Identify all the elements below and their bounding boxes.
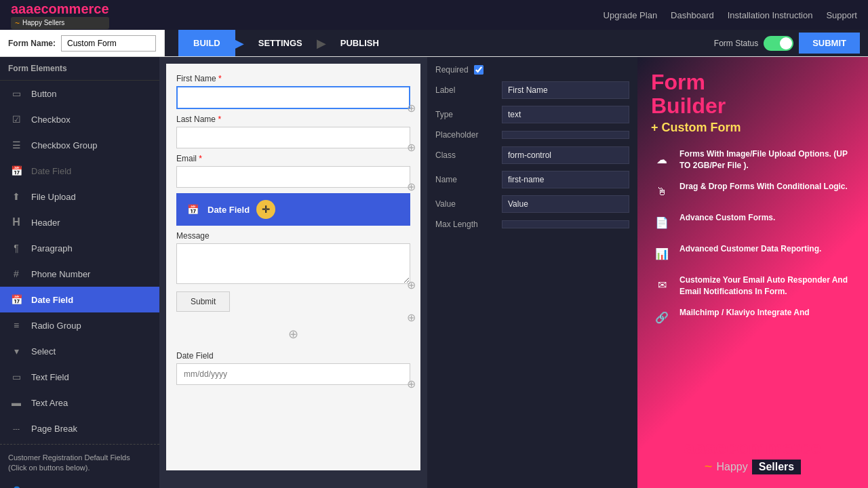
firstname-input[interactable] (176, 86, 410, 109)
form-status-label: Form Status (714, 39, 758, 48)
move-cursor-icon: ✛ (256, 200, 275, 219)
form-name-input[interactable] (61, 35, 156, 52)
submit-field-btn[interactable]: Submit (176, 291, 230, 312)
nav-dashboard[interactable]: Dashboard (671, 10, 714, 20)
sidebar-item-checkbox-group[interactable]: ☰ Checkbox Group (0, 132, 159, 158)
text-field-icon: ▭ (8, 370, 24, 384)
placeholder-prop-value[interactable] (502, 131, 629, 139)
field-row-email: Email * ⊕ (176, 154, 410, 188)
top-nav: aaaecommerce ~ Happy Sellers Upgrade Pla… (0, 0, 868, 30)
field-row-date: Date Field ⊕ (176, 351, 410, 385)
phone-number-label: Phone Number (31, 269, 90, 279)
sidebar-divider (0, 444, 159, 445)
submit-button[interactable]: SUBMIT (799, 33, 860, 54)
field-row-message: Message ⊕ (176, 231, 410, 286)
promo-icon-drag: 🖱 (651, 181, 673, 203)
required-label: Required (435, 65, 469, 75)
promo-feature-3: 📄 Advance Custom Forms. (651, 212, 775, 234)
checkbox-group-label: Checkbox Group (31, 140, 98, 150)
sidebar-item-select[interactable]: ▾ Select (0, 338, 159, 364)
sidebar-item-paragraph[interactable]: ¶ Paragraph (0, 235, 159, 261)
tab-build[interactable]: BUILD (178, 30, 235, 56)
promo-logo-main: ecommerce (716, 437, 822, 458)
email-label: Email * (176, 154, 410, 163)
nav-support[interactable]: Support (826, 10, 857, 20)
date-plus-icon[interactable]: ⊕ (407, 378, 416, 390)
prop-row-value: Value Value (435, 195, 629, 213)
form-status-toggle[interactable] (764, 36, 793, 51)
sidebar-item-phone-number[interactable]: # Phone Number (0, 261, 159, 287)
promo-icon-reporting: 📊 (651, 243, 673, 265)
drop-calendar-icon: 📅 (184, 203, 201, 216)
promo-feature-5: ✉ Customize Your Email Auto Responder An… (651, 274, 854, 298)
label-prop-value[interactable]: First Name (502, 81, 629, 99)
submit-plus-icon[interactable]: ⊕ (407, 311, 416, 324)
promo-text-upload: Forms With Image/File Upload Options. (U… (679, 148, 854, 171)
paragraph-icon: ¶ (8, 241, 24, 255)
lastname-plus-icon[interactable]: ⊕ (407, 141, 416, 154)
main-layout: Form Elements ▭ Button ☑ Checkbox ☰ Chec… (0, 57, 868, 488)
name-prop-label: Name (435, 175, 496, 184)
drop-label: Date Field (208, 205, 250, 215)
radio-group-label: Radio Group (31, 321, 81, 331)
date-input[interactable] (176, 363, 410, 385)
sidebar-item-file-upload[interactable]: ⬆ File Upload (0, 184, 159, 209)
value-prop-value[interactable]: Value (502, 195, 629, 213)
prop-row-class: Class form-control (435, 146, 629, 164)
lastname-input[interactable] (176, 127, 410, 148)
sidebar-item-page-break[interactable]: --- Page Break (0, 415, 159, 441)
text-area-icon: ▬ (8, 396, 24, 409)
paragraph-label: Paragraph (31, 243, 73, 253)
select-icon: ▾ (8, 344, 24, 358)
text-area-label: Text Area (31, 398, 68, 408)
sidebar-item-text-field[interactable]: ▭ Text Field (0, 364, 159, 390)
canvas-area: First Name * ⊕ Last Name * ⊕ Email (159, 57, 427, 488)
amazon-icon: ~ (15, 18, 20, 28)
nav-installation[interactable]: Installation Instruction (728, 10, 813, 20)
promo-sellers: Sellers (752, 460, 801, 474)
date-label-text: Date Field (176, 351, 214, 361)
tab-publish[interactable]: PUBLISH (326, 30, 394, 56)
lastname-required: * (218, 115, 221, 124)
prop-row-maxlength: Max Length (435, 220, 629, 229)
email-plus-icon[interactable]: ⊕ (407, 180, 416, 193)
sidebar-item-date-field[interactable]: 📅 Date Field (0, 158, 159, 184)
promo-text-email: Customize Your Email Auto Responder And … (679, 274, 854, 298)
header-label: Header (31, 218, 60, 228)
sidebar-item-checkbox[interactable]: ☑ Checkbox (0, 106, 159, 132)
bottom-plus-icon[interactable]: ⊕ (176, 324, 410, 344)
sidebar-item-date-field-drag[interactable]: 📅 Date Field (0, 287, 159, 312)
form-name-label: Form Name: (8, 39, 56, 48)
prop-row-name: Name first-name (435, 171, 629, 188)
firstname-label: First Name * (176, 74, 410, 83)
date-field-icon: 📅 (8, 164, 24, 178)
sidebar-item-button[interactable]: ▭ Button (0, 81, 159, 106)
maxlength-prop-value[interactable] (502, 220, 629, 228)
tab-settings[interactable]: SETTINGS (243, 30, 317, 56)
sidebar-item-header[interactable]: H Header (0, 209, 159, 235)
firstname-required: * (218, 74, 222, 83)
name-prop-value[interactable]: first-name (502, 171, 629, 188)
promo-text-reporting: Advanced Customer Data Reporting. (679, 243, 821, 255)
required-row: Required (435, 65, 629, 75)
placeholder-prop-label: Placeholder (435, 130, 496, 140)
email-input[interactable] (176, 166, 410, 188)
nav-upgrade[interactable]: Upgrade Plan (604, 10, 658, 20)
prop-row-placeholder: Placeholder (435, 130, 629, 140)
properties-panel: Required Label First Name Type text Plac… (427, 57, 637, 488)
promo-text-drag: Drag & Drop Forms With Conditional Logic… (679, 181, 848, 192)
drop-indicator: 📅 Date Field ✛ (176, 193, 410, 226)
class-prop-value[interactable]: form-control (502, 146, 629, 164)
button-label: Button (31, 89, 57, 99)
required-checkbox[interactable] (474, 65, 484, 75)
promo-bottom-logo: aaaecommerce ~ Happy Sellers (651, 437, 854, 474)
badge-text: Happy Sellers (22, 19, 64, 26)
firstname-plus-icon[interactable]: ⊕ (407, 102, 416, 115)
message-textarea[interactable] (176, 243, 410, 284)
page-break-label: Page Break (31, 424, 77, 434)
add-address-line1-btn[interactable]: 👤 Add Address Line 1 (0, 479, 159, 488)
sidebar-item-radio-group[interactable]: ≡ Radio Group (0, 312, 159, 338)
sidebar-item-text-area[interactable]: ▬ Text Area (0, 390, 159, 415)
email-label-text: Email (176, 154, 197, 163)
message-plus-icon[interactable]: ⊕ (407, 279, 416, 291)
